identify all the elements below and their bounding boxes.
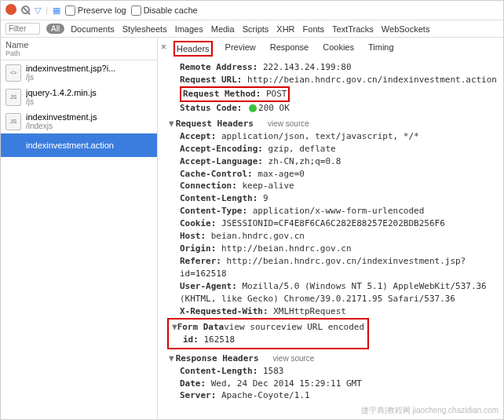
file-item[interactable]: indexinvestment.action bbox=[1, 133, 157, 157]
header-value: beian.hndrc.gov.cn bbox=[211, 231, 305, 241]
status-code-value: 200 OK bbox=[258, 103, 290, 113]
view-url-encoded-link[interactable]: view URL encoded bbox=[281, 322, 364, 332]
filter-tab[interactable]: TextTracks bbox=[332, 24, 374, 34]
status-dot-icon bbox=[249, 104, 257, 112]
request-headers-label: Request Headers bbox=[176, 119, 254, 129]
file-item[interactable]: <> indexinvestment.jsp?i.../js bbox=[1, 60, 157, 85]
close-icon[interactable]: × bbox=[161, 42, 166, 53]
document-icon: <> bbox=[5, 64, 21, 82]
request-method-label: Request Method: bbox=[183, 89, 261, 99]
filter-tab[interactable]: Scripts bbox=[243, 24, 269, 34]
detail-tabs: Headers Preview Response Cookies Timing bbox=[158, 38, 503, 58]
header-key: Cache-Control: bbox=[180, 169, 253, 179]
disable-cache-checkbox[interactable]: Disable cache bbox=[131, 5, 198, 16]
filter-tab[interactable]: Documents bbox=[71, 24, 115, 34]
file-name: indexinvestment.jsp?i... bbox=[26, 64, 115, 73]
filter-all-pill[interactable]: All bbox=[46, 24, 64, 34]
filter-icon[interactable]: ▽ bbox=[35, 5, 41, 16]
file-path: /js bbox=[26, 73, 115, 82]
response-headers-label: Response Headers bbox=[176, 353, 259, 363]
file-path: /js bbox=[26, 97, 97, 106]
preserve-log-label: Preserve log bbox=[78, 5, 126, 15]
filter-tab[interactable]: Images bbox=[175, 24, 203, 34]
header-value: XMLHttpRequest bbox=[273, 306, 346, 316]
file-path: /indexjs bbox=[26, 122, 97, 130]
header-key: Content-Length: bbox=[180, 366, 257, 376]
remote-address-value: 222.143.24.199:80 bbox=[263, 62, 352, 72]
request-method-value: POST bbox=[266, 89, 287, 99]
view-source-link[interactable]: view source bbox=[268, 119, 309, 128]
triangle-down-icon[interactable]: ▼ bbox=[172, 322, 177, 332]
header-key: Accept-Language: bbox=[180, 156, 263, 166]
file-name: jquery-1.4.2.min.js bbox=[26, 88, 97, 97]
header-value: 9 bbox=[263, 193, 268, 203]
tab-preview[interactable]: Preview bbox=[224, 41, 257, 57]
filter-input[interactable] bbox=[5, 23, 40, 35]
view-icon[interactable]: ▦ bbox=[53, 5, 60, 16]
filter-tab[interactable]: Fonts bbox=[303, 24, 325, 34]
header-value: gzip, deflate bbox=[268, 144, 336, 154]
tab-cookies[interactable]: Cookies bbox=[321, 41, 356, 57]
status-code-label: Status Code: bbox=[180, 103, 242, 113]
sidebar-header: Name Path bbox=[1, 38, 157, 60]
view-source-link[interactable]: view source bbox=[224, 322, 281, 332]
filter-tab[interactable]: WebSockets bbox=[382, 24, 430, 34]
file-item[interactable]: JS jquery-1.4.2.min.js/js bbox=[1, 85, 157, 109]
header-key: Date: bbox=[180, 378, 206, 389]
triangle-down-icon[interactable]: ▼ bbox=[169, 119, 174, 129]
js-icon: JS bbox=[5, 113, 21, 130]
header-value: zh-CN,zh;q=0.8 bbox=[268, 156, 341, 166]
header-value: keep-alive bbox=[242, 181, 294, 191]
header-key: Host: bbox=[180, 231, 206, 241]
header-value: application/x-www-form-urlencoded bbox=[253, 206, 425, 216]
header-value: Wed, 24 Dec 2014 15:29:11 GMT bbox=[211, 378, 362, 389]
request-url-label: Request URL: bbox=[180, 75, 242, 85]
filter-tab[interactable]: Media bbox=[211, 24, 235, 34]
tab-timing[interactable]: Timing bbox=[367, 41, 396, 57]
header-value: application/json, text/javascript, */* bbox=[221, 131, 419, 141]
form-data-label: Form Data bbox=[177, 322, 225, 332]
file-name: indexinvestment.action bbox=[26, 141, 114, 150]
header-key: Accept: bbox=[180, 131, 216, 141]
file-name: indexinvestment.js bbox=[26, 112, 97, 122]
filter-tabs: Documents Stylesheets Images Media Scrip… bbox=[71, 24, 429, 34]
clear-icon[interactable] bbox=[21, 5, 30, 16]
watermark: 捷宇典|教程网 jiaocheng.chazidian.com bbox=[361, 405, 499, 416]
remote-address-label: Remote Address: bbox=[180, 62, 257, 72]
header-key: Content-Type: bbox=[180, 206, 247, 216]
triangle-down-icon[interactable]: ▼ bbox=[169, 353, 174, 363]
header-value: http://beian.hndrc.gov.cn/indexinvestmen… bbox=[180, 256, 466, 279]
header-key: User-Agent: bbox=[180, 281, 237, 291]
form-id-value: 162518 bbox=[204, 334, 236, 345]
header-key: Server: bbox=[180, 390, 216, 400]
header-value: max-age=0 bbox=[257, 169, 305, 179]
disable-cache-label: Disable cache bbox=[144, 5, 198, 15]
header-key: Connection: bbox=[180, 181, 237, 191]
tab-response[interactable]: Response bbox=[268, 41, 311, 57]
header-key: Origin: bbox=[180, 243, 216, 254]
js-icon: JS bbox=[5, 89, 21, 106]
header-key: Content-Length: bbox=[180, 193, 257, 203]
blank-icon bbox=[5, 137, 21, 154]
record-icon[interactable] bbox=[5, 4, 16, 16]
header-key: Accept-Encoding: bbox=[180, 144, 263, 154]
header-key: Cookie: bbox=[180, 218, 216, 228]
path-column-label: Path bbox=[5, 49, 152, 57]
header-key: X-Requested-With: bbox=[180, 306, 268, 316]
preserve-log-checkbox[interactable]: Preserve log bbox=[65, 5, 126, 16]
header-value: JSESSIONID=CF4E8F6CA6C282E88257E202BDB25… bbox=[221, 218, 445, 228]
view-source-link[interactable]: view source bbox=[273, 354, 315, 363]
form-id-label: id: bbox=[183, 334, 199, 345]
header-value: 1583 bbox=[263, 366, 284, 376]
filter-tab[interactable]: Stylesheets bbox=[122, 24, 167, 34]
header-value: Apache-Coyote/1.1 bbox=[221, 390, 310, 400]
header-value: http://beian.hndrc.gov.cn bbox=[221, 243, 352, 254]
request-url-value: http://beian.hndrc.gov.cn/indexinvestmen… bbox=[247, 75, 497, 85]
name-column-label: Name bbox=[5, 40, 152, 49]
tab-headers[interactable]: Headers bbox=[173, 41, 213, 57]
file-item[interactable]: JS indexinvestment.js/indexjs bbox=[1, 109, 157, 133]
header-key: Referer: bbox=[180, 256, 221, 266]
filter-tab[interactable]: XHR bbox=[276, 24, 294, 34]
